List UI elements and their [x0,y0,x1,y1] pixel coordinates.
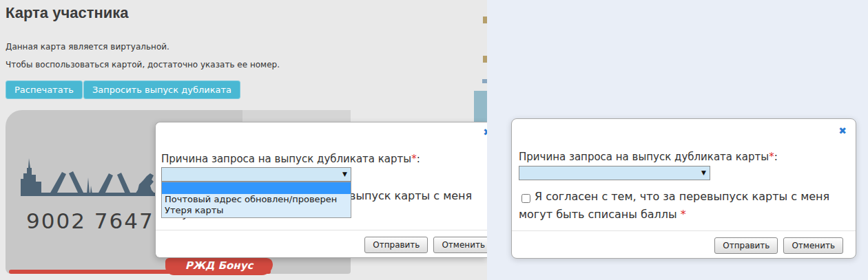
dialog-closeup-panel: ✖ Причина запроса на выпуск дубликата ка… [487,0,868,280]
request-duplicate-button[interactable]: Запросить выпуск дубликата [83,80,240,99]
reason-select[interactable]: ▼ [161,167,351,182]
card-brand-tab: РЖД Бонус [165,258,273,275]
close-icon[interactable]: ✖ [483,127,487,137]
member-card-page: Карта участника Данная карта является ви… [0,0,487,280]
required-asterisk: * [411,153,417,165]
footer-divider [156,230,487,230]
select-caret-icon: ▼ [701,169,706,176]
submit-button[interactable]: Отправить [364,237,428,253]
clipped-ui-fragment [474,91,487,123]
close-icon[interactable]: ✖ [838,126,847,136]
reason-dropdown-list: Почтовый адрес обновлен/проверен Утеря к… [161,182,351,218]
reason-label: Причина запроса на выпуск дубликата карт… [519,151,778,163]
submit-button[interactable]: Отправить [714,237,778,254]
page-title: Карта участника [6,4,129,22]
dropdown-option-blank[interactable] [162,182,351,194]
consent-checkbox[interactable] [521,194,530,203]
required-asterisk: * [681,208,686,221]
clipped-ui-fragment [482,79,487,83]
duplicate-request-dialog-left: ✖ Причина запроса на выпуск дубликата ка… [155,122,487,258]
cancel-button[interactable]: Отменить [433,237,487,253]
print-button[interactable]: Распечатать [6,80,83,99]
dialog-footer: Отправить Отменить [364,237,487,253]
dropdown-option-postal[interactable]: Почтовый адрес обновлен/проверен [162,194,351,205]
cancel-button[interactable]: Отменить [783,237,843,254]
reason-label: Причина запроса на выпуск дубликата карт… [161,153,420,165]
consent-text-line2: могут быть списаны баллы * [519,208,686,221]
footer-divider [512,230,856,231]
skyline-graphic [21,158,158,201]
reason-select[interactable]: ▼ [519,166,710,180]
duplicate-request-dialog-right: ✖ Причина запроса на выпуск дубликата ка… [511,118,856,259]
card-info-line-2: Чтобы воспользоваться картой, достаточно… [6,60,280,69]
select-caret-icon: ▼ [342,171,347,177]
dropdown-option-lost[interactable]: Утеря карты [162,205,351,216]
dialog-footer: Отправить Отменить [714,237,843,254]
required-asterisk: * [769,151,774,163]
card-info-line-1: Данная карта является виртуальной. [6,42,169,52]
screenshot-stage: Карта участника Данная карта является ви… [0,0,868,280]
consent-text-line1: Я согласен с тем, что за перевыпуск карт… [535,190,829,203]
